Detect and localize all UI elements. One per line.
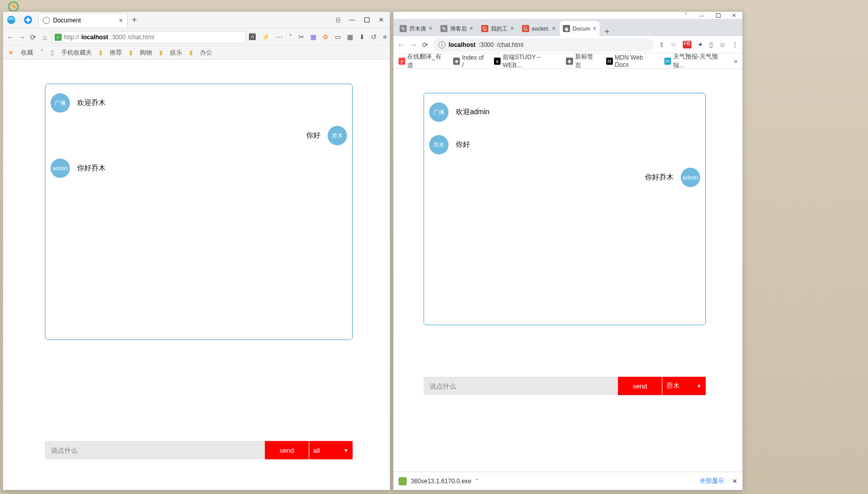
- left-chat-page: 广播欢迎乔木乔木你好admin你好乔木 send all ▼: [3, 60, 390, 490]
- left-tab[interactable]: Document ×: [38, 13, 128, 27]
- bm-2[interactable]: 购物: [140, 48, 152, 57]
- right-url-input[interactable]: i localhost:3000/chat.html: [433, 38, 654, 51]
- forward-button[interactable]: →: [18, 33, 27, 41]
- reload-button[interactable]: ⟳: [422, 41, 428, 49]
- chevron-down-icon[interactable]: ˅: [685, 12, 688, 19]
- message-text: 你好: [456, 140, 470, 149]
- back-button[interactable]: ←: [6, 33, 15, 41]
- bookmark-label: 前端STUDY – WEB...: [503, 53, 558, 69]
- right-target-select[interactable]: 乔木 ▼: [662, 377, 706, 395]
- left-newtab-button[interactable]: +: [132, 15, 137, 25]
- undo-icon[interactable]: ↺: [371, 33, 377, 41]
- close-window-button[interactable]: ✕: [379, 16, 384, 23]
- download-icon[interactable]: ⬇: [359, 33, 365, 41]
- right-tabstrip: ✎乔木滴×✎博客后×G我的工×Gsocket.×◉Docum×+: [393, 19, 742, 36]
- bookmark-item[interactable]: H天气预报-天气预报...: [664, 53, 726, 70]
- browser-tab[interactable]: ◉Docum×: [560, 21, 600, 36]
- forward-button[interactable]: →: [410, 41, 417, 49]
- bookmark-item[interactable]: ◉新标签页: [566, 53, 598, 70]
- browser-tab[interactable]: G我的工×: [478, 21, 518, 36]
- tab-close[interactable]: ×: [429, 25, 432, 32]
- tab-close[interactable]: ×: [552, 25, 556, 32]
- back-button[interactable]: ←: [398, 41, 405, 49]
- reload-button[interactable]: ⟳: [29, 33, 38, 41]
- tab-close[interactable]: ×: [510, 25, 514, 32]
- bookmark-label: MDN Web Docs: [615, 54, 656, 68]
- fav-star-icon[interactable]: ★: [8, 49, 14, 56]
- show-all-downloads[interactable]: 全部显示: [700, 477, 724, 485]
- right-chat-input[interactable]: [424, 377, 618, 395]
- chat-message: 乔木你好: [429, 135, 700, 154]
- fav-label[interactable]: 收藏: [21, 48, 33, 57]
- info-icon[interactable]: i: [438, 41, 445, 48]
- browser-tab[interactable]: Gsocket.×: [519, 21, 559, 36]
- bookmark-item[interactable]: ◉Index of /: [453, 54, 486, 68]
- bm-1[interactable]: 推荐: [110, 48, 122, 57]
- ext2-icon[interactable]: ⚙: [323, 33, 329, 41]
- flash-icon[interactable]: ⚡: [262, 33, 270, 41]
- right-chat-box: 广播欢迎admin乔木你好admin你好乔木: [424, 93, 706, 325]
- close-download-bar[interactable]: ✕: [732, 478, 737, 485]
- left-url-input[interactable]: ✓ http://localhost:3000/chat.html: [52, 31, 246, 43]
- scissors-icon[interactable]: ✂: [299, 33, 304, 41]
- minimize-button[interactable]: —: [699, 12, 705, 18]
- bookmarks-overflow[interactable]: »: [734, 58, 737, 65]
- message-text: 你好: [306, 131, 320, 140]
- extensions-icon[interactable]: ✦: [698, 41, 703, 48]
- minimize-button[interactable]: —: [349, 16, 355, 23]
- bm-3[interactable]: 娱乐: [170, 48, 182, 57]
- home-button[interactable]: ⌂: [41, 33, 49, 41]
- left-chat-input[interactable]: [45, 441, 265, 459]
- bm-mobile[interactable]: 手机收藏夹: [61, 48, 92, 57]
- chevron-up-icon[interactable]: ˄: [476, 478, 478, 484]
- url-proto: http://: [64, 34, 79, 41]
- ext1-icon[interactable]: ▦: [310, 33, 316, 41]
- shield-icon: ✓: [55, 34, 62, 41]
- download-item[interactable]: 360se13.1.6170.0.exe ˄: [399, 477, 478, 485]
- left-send-button[interactable]: send: [265, 441, 309, 459]
- tab-close[interactable]: ×: [469, 25, 473, 32]
- menu-icon[interactable]: ⋮: [732, 41, 738, 48]
- sidepanel-icon[interactable]: ▯: [709, 41, 713, 48]
- mobile-fav-icon[interactable]: ▯: [51, 49, 54, 56]
- ie-icon[interactable]: [7, 15, 16, 24]
- gift-icon[interactable]: ⌸: [336, 16, 340, 23]
- ext3-icon[interactable]: ▭: [335, 33, 341, 41]
- chat-message: 广播欢迎乔木: [51, 93, 347, 113]
- grid-icon[interactable]: ▦: [347, 33, 353, 41]
- share-icon[interactable]: ⇪: [659, 41, 664, 48]
- dropdown-icon[interactable]: ˅: [289, 33, 292, 41]
- url-path: /chat.html: [128, 34, 154, 41]
- file-icon: [399, 477, 407, 485]
- translate-icon[interactable]: 🅰: [249, 33, 256, 41]
- chevron-down-icon: ▼: [343, 448, 349, 453]
- maximize-button[interactable]: [716, 13, 721, 18]
- right-send-button[interactable]: send: [618, 377, 662, 395]
- tab-title: 乔木滴: [409, 25, 426, 33]
- browser-tab[interactable]: ✎乔木滴×: [396, 21, 436, 36]
- browser-tab[interactable]: ✎博客后×: [437, 21, 477, 36]
- more-icon[interactable]: ⋯: [276, 33, 283, 41]
- folder-icon: ▮: [159, 49, 163, 56]
- tab-title: socket.: [532, 25, 550, 32]
- ext-fb-icon[interactable]: FB: [683, 41, 691, 48]
- bookmark-item[interactable]: MMDN Web Docs: [606, 54, 656, 68]
- left-target-select[interactable]: all ▼: [309, 441, 353, 459]
- menu-icon[interactable]: ≡: [383, 33, 387, 41]
- right-titlebar: ˅ — ✕: [393, 12, 742, 19]
- star-icon[interactable]: ☆: [671, 41, 677, 48]
- maximize-button[interactable]: [364, 17, 369, 22]
- favicon-icon: ✎: [440, 25, 448, 32]
- chat-message: 广播欢迎admin: [429, 102, 700, 122]
- tab-close[interactable]: ×: [593, 25, 597, 32]
- newtab-button[interactable]: +: [601, 27, 613, 36]
- bookmark-item[interactable]: y在线翻译_有道: [399, 53, 445, 70]
- close-window-button[interactable]: ✕: [732, 12, 736, 19]
- left-tab-close[interactable]: ×: [119, 16, 123, 24]
- right-select-label: 乔木: [666, 381, 680, 391]
- profile-icon[interactable]: ☺: [719, 41, 726, 48]
- bookmark-item[interactable]: a前端STUDY – WEB...: [494, 53, 558, 69]
- bm-4[interactable]: 办公: [200, 48, 212, 57]
- compass-icon[interactable]: [23, 15, 33, 24]
- avatar: 广播: [429, 102, 449, 122]
